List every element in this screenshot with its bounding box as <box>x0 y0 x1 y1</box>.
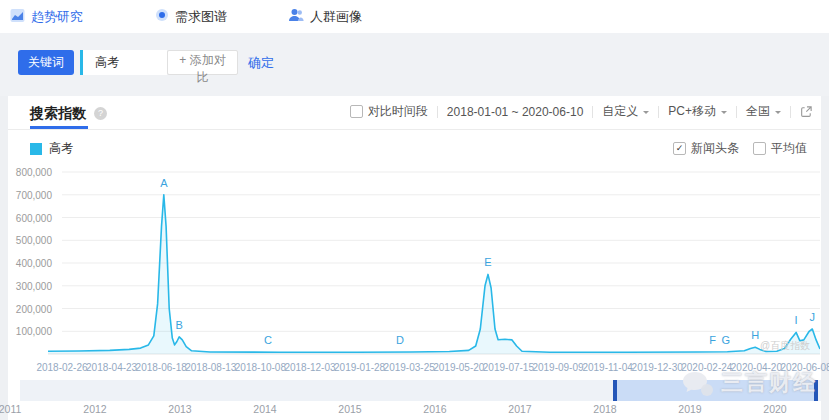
average-label: 平均值 <box>771 140 807 157</box>
site-watermark-text: 三言财经 <box>721 368 817 398</box>
event-annotation-A: A <box>160 177 167 189</box>
divider <box>592 106 593 118</box>
nav-item-demand-map[interactable]: 需求图谱 <box>155 0 227 33</box>
event-annotation-F: F <box>709 334 716 346</box>
event-annotation-C: C <box>264 334 272 346</box>
baidu-index-page: 趋势研究 需求图谱 人群画像 关键词 高考 + 添加对比 确定 搜索指数 ? <box>0 0 829 420</box>
news-headlines-label: 新闻头条 <box>691 140 739 157</box>
event-annotation-I: I <box>795 314 798 326</box>
event-annotation-J: J <box>810 311 816 323</box>
granularity-value: 自定义 <box>602 103 638 120</box>
x-axis-tick: 2019-09-09 <box>532 362 583 373</box>
chevron-down-icon <box>721 111 727 117</box>
year-label: 2016 <box>423 403 446 415</box>
header-divider <box>8 129 821 130</box>
x-axis-tick: 2019-05-20 <box>433 362 484 373</box>
nav-item-trend-research[interactable]: 趋势研究 <box>10 0 83 33</box>
divider <box>736 106 737 118</box>
nav-item-crowd-portrait[interactable]: 人群画像 <box>288 0 362 33</box>
average-checkbox[interactable] <box>753 142 766 155</box>
x-axis-tick: 2019-07-15 <box>483 362 534 373</box>
event-annotation-D: D <box>396 334 404 346</box>
region-value: 全国 <box>746 103 770 120</box>
help-icon[interactable]: ? <box>94 107 107 120</box>
demand-map-icon <box>155 8 169 25</box>
divider <box>437 106 438 118</box>
external-link-icon <box>800 105 813 118</box>
search-index-panel: 搜索指数 ? 对比时间段 2018-01-01 ~ 2020-06-10 自定义… <box>8 96 821 420</box>
year-label: 2017 <box>508 403 531 415</box>
platform-value: PC+移动 <box>668 103 716 120</box>
year-label: 2015 <box>338 403 361 415</box>
chevron-down-icon <box>643 111 649 117</box>
y-axis-tick: 500,000 <box>16 235 52 246</box>
y-axis-tick: 100,000 <box>16 326 52 337</box>
granularity-dropdown[interactable]: 自定义 <box>602 103 649 120</box>
platform-dropdown[interactable]: PC+移动 <box>668 103 727 120</box>
compare-period-label: 对比时间段 <box>368 103 428 120</box>
compare-period-checkbox[interactable] <box>350 105 363 118</box>
x-axis-tick: 2018-04-23 <box>86 362 137 373</box>
top-nav: 趋势研究 需求图谱 人群画像 <box>0 0 829 33</box>
add-compare-button[interactable]: + 添加对比 <box>167 50 238 75</box>
average-toggle[interactable]: 平均值 <box>753 140 807 157</box>
share-button[interactable] <box>800 105 813 118</box>
nav-label: 需求图谱 <box>175 8 227 26</box>
event-annotation-G: G <box>722 334 731 346</box>
news-headlines-checkbox[interactable]: ✓ <box>673 142 686 155</box>
confirm-link[interactable]: 确定 <box>248 54 274 72</box>
y-axis-tick: 600,000 <box>16 213 52 224</box>
y-axis-tick: 200,000 <box>16 304 52 315</box>
x-axis-tick: 2019-11-04 <box>582 362 632 373</box>
year-label: 2012 <box>83 403 106 415</box>
news-headlines-toggle[interactable]: ✓ 新闻头条 <box>673 140 739 157</box>
x-axis-tick: 2018-12-03 <box>284 362 335 373</box>
trend-chart-icon <box>10 8 25 26</box>
keyword-value: 高考 <box>95 54 119 71</box>
persona-icon <box>288 8 304 25</box>
range-handle-left[interactable] <box>613 380 617 401</box>
x-axis-tick: 2018-02-26 <box>36 362 87 373</box>
year-label: 2020 <box>763 403 786 415</box>
site-watermark: 三言财经 <box>681 368 817 398</box>
year-label: 2019 <box>678 403 701 415</box>
year-label: 2013 <box>168 403 191 415</box>
baidu-index-watermark: @百度指数 <box>760 339 810 353</box>
region-dropdown[interactable]: 全国 <box>746 103 781 120</box>
y-axis-tick: 300,000 <box>16 281 52 292</box>
chevron-down-icon <box>775 111 781 117</box>
keyword-bar: 关键词 高考 + 添加对比 确定 <box>0 33 829 96</box>
divider <box>790 106 791 118</box>
nav-label: 人群画像 <box>310 8 362 26</box>
y-axis-tick: 400,000 <box>16 258 52 269</box>
keyword-button[interactable]: 关键词 <box>18 50 74 75</box>
event-annotation-H: H <box>751 329 759 341</box>
y-axis-tick: 800,000 <box>16 167 52 178</box>
x-axis-tick: 2018-08-13 <box>185 362 236 373</box>
x-axis-tick: 2019-03-25 <box>384 362 435 373</box>
compare-period-toggle[interactable]: 对比时间段 <box>350 103 428 120</box>
date-range-value: 2018-01-01 ~ 2020-06-10 <box>447 105 583 119</box>
x-axis-tick: 2019-12-30 <box>632 362 683 373</box>
search-index-line-chart[interactable] <box>48 162 820 362</box>
event-annotation-B: B <box>176 319 183 331</box>
x-axis-tick: 2018-06-18 <box>136 362 187 373</box>
year-label: 2018 <box>593 403 616 415</box>
year-label: 2014 <box>253 403 276 415</box>
x-axis-tick: 2019-01-28 <box>334 362 385 373</box>
divider <box>658 106 659 118</box>
x-axis-tick: 2018-10-08 <box>235 362 286 373</box>
chat-bubble-icon <box>681 370 715 397</box>
event-annotation-E: E <box>484 256 491 268</box>
y-axis-tick: 700,000 <box>16 190 52 201</box>
keyword-input[interactable]: 高考 <box>80 50 167 75</box>
year-label: 2011 <box>0 403 21 415</box>
series-area-fill <box>48 195 820 354</box>
filter-bar: 对比时间段 2018-01-01 ~ 2020-06-10 自定义 PC+移动 … <box>350 103 813 120</box>
legend-options: ✓ 新闻头条 平均值 <box>673 140 807 157</box>
nav-label: 趋势研究 <box>31 8 83 26</box>
date-range-selector[interactable]: 2018-01-01 ~ 2020-06-10 <box>447 105 583 119</box>
